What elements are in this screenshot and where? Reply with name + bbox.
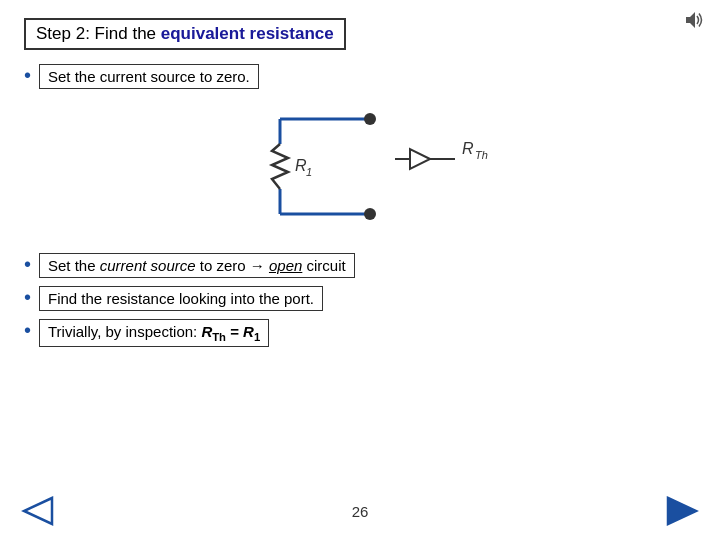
svg-marker-7: [410, 149, 430, 169]
bullet-2-text: Set the current source to zero → open ci…: [39, 253, 355, 278]
r1-sub: 1: [306, 166, 312, 178]
svg-marker-0: [686, 12, 695, 28]
step-label: Step 2:: [36, 24, 90, 43]
bullet-dot-2: •: [24, 254, 31, 274]
rth-label: R: [462, 140, 474, 157]
bullet-dot-3: •: [24, 287, 31, 307]
bullet-2: • Set the current source to zero → open …: [24, 253, 696, 278]
equiv-text: equivalent resistance: [161, 24, 334, 43]
italic-open: open: [269, 257, 302, 274]
bullet-4-text: Trivially, by inspection: RTh = R1: [39, 319, 269, 347]
svg-point-6: [364, 208, 376, 220]
page-number: 26: [352, 503, 369, 520]
bullet-dot-4: •: [24, 320, 31, 340]
speaker-icon[interactable]: [684, 10, 706, 34]
svg-marker-11: [668, 498, 696, 524]
rth-formula-sub: Th: [212, 331, 226, 343]
bullet-3: • Find the resistance looking into the p…: [24, 286, 696, 311]
bullet-1-text: Set the current source to zero.: [39, 64, 259, 89]
step-text: Find the: [95, 24, 161, 43]
circuit-svg: R 1 R Th: [200, 99, 520, 239]
svg-marker-10: [24, 498, 52, 524]
rth-sub: Th: [475, 149, 488, 161]
r1-formula-label: R: [243, 323, 254, 340]
bullet-4: • Trivially, by inspection: RTh = R1: [24, 319, 696, 347]
equals-sign: =: [230, 323, 243, 340]
r1-formula-sub: 1: [254, 331, 260, 343]
bullet-1: • Set the current source to zero.: [24, 64, 696, 89]
bottom-nav: 26: [0, 492, 720, 530]
slide-page: Step 2: Find the equivalent resistance •…: [0, 0, 720, 540]
bullet-dot-1: •: [24, 65, 31, 85]
bullet-3-text: Find the resistance looking into the por…: [39, 286, 323, 311]
italic-current-source: current source: [100, 257, 196, 274]
back-button[interactable]: [14, 492, 62, 530]
svg-point-5: [364, 113, 376, 125]
forward-button[interactable]: [658, 492, 706, 530]
circuit-diagram: R 1 R Th: [24, 99, 696, 239]
rth-formula-label: R: [201, 323, 212, 340]
slide-title: Step 2: Find the equivalent resistance: [24, 18, 346, 50]
